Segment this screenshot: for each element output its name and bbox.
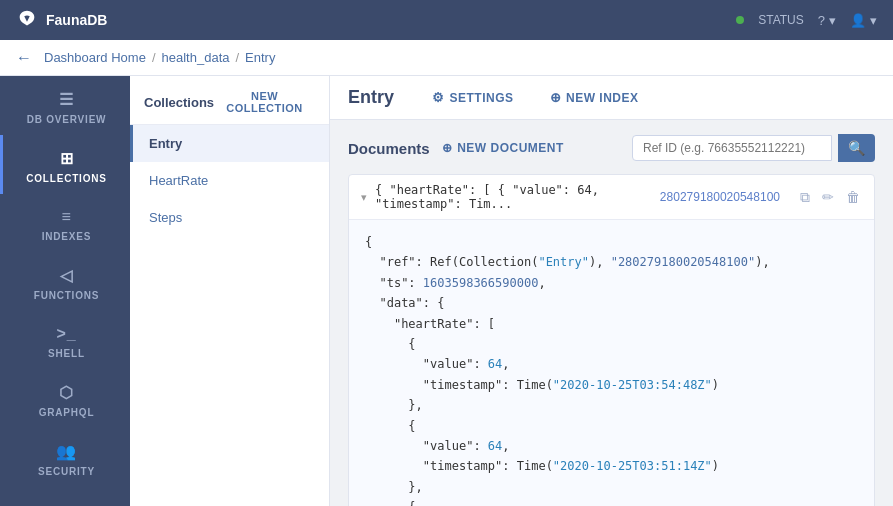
sidebar-item-graphql[interactable]: ⬡ GRAPHQL [0,369,130,428]
sidebar-item-db-overview[interactable]: ☰ DB OVERVIEW [0,76,130,135]
main-content: Entry ⚙ SETTINGS ⊕ NEW INDEX Documents ⊕… [330,76,893,506]
navbar: FaunaDB STATUS ? ▾ 👤 ▾ [0,0,893,40]
ref-search-input[interactable] [632,135,832,161]
table-row: ▾ { "heartRate": [ { "value": 64, "times… [348,174,875,506]
new-index-button[interactable]: ⊕ NEW INDEX [542,86,647,109]
collections-header: Collections NEW COLLECTION [130,76,329,125]
collections-title: Collections [144,95,214,110]
sidebar-label-functions: FUNCTIONS [34,290,100,301]
json-line: "data": { [365,293,858,313]
collection-item-heartrate[interactable]: HeartRate [130,162,329,199]
json-line: }, [365,395,858,415]
user-menu-button[interactable]: 👤 ▾ [850,13,877,28]
shell-icon: >_ [57,325,77,343]
navbar-left: FaunaDB [16,9,107,31]
breadcrumb-current: Entry [245,50,275,65]
navbar-right: STATUS ? ▾ 👤 ▾ [736,13,877,28]
indexes-icon: ≡ [61,208,71,226]
breadcrumb-database[interactable]: health_data [162,50,230,65]
breadcrumb-home[interactable]: Dashboard Home [44,50,146,65]
doc-preview: { "heartRate": [ { "value": 64, "timesta… [375,183,660,211]
sidebar-item-collections[interactable]: ⊞ COLLECTIONS [0,135,130,194]
json-line: { [365,334,858,354]
sidebar: ☰ DB OVERVIEW ⊞ COLLECTIONS ≡ INDEXES ◁ … [0,76,130,506]
user-icon: 👤 [850,13,866,28]
doc-expanded-content: { "ref": Ref(Collection("Entry"), "28027… [349,219,874,506]
json-line: { [365,232,858,252]
functions-icon: ◁ [60,266,73,285]
sidebar-item-shell[interactable]: >_ SHELL [0,311,130,369]
json-line: "ts": 1603598366590000, [365,273,858,293]
sidebar-item-indexes[interactable]: ≡ INDEXES [0,194,130,252]
entry-header: Entry ⚙ SETTINGS ⊕ NEW INDEX [330,76,893,120]
sidebar-item-security[interactable]: 👥 SECURITY [0,428,130,487]
collection-item-entry[interactable]: Entry [130,125,329,162]
delete-button[interactable]: 🗑 [844,187,862,207]
main-layout: ☰ DB OVERVIEW ⊞ COLLECTIONS ≡ INDEXES ◁ … [0,76,893,506]
json-line: { [365,416,858,436]
json-line: "timestamp": Time("2020-10-25T03:54:48Z"… [365,375,858,395]
sidebar-label-graphql: GRAPHQL [39,407,95,418]
new-collection-button[interactable]: NEW COLLECTION [214,90,315,114]
entry-title: Entry [348,87,394,108]
search-button[interactable]: 🔍 [838,134,875,162]
json-line: { [365,497,858,506]
collection-item-steps[interactable]: Steps [130,199,329,236]
breadcrumb-sep1: / [152,50,156,65]
edit-button[interactable]: ✏ [820,187,836,207]
doc-row-left: ▾ { "heartRate": [ { "value": 64, "times… [361,183,660,211]
json-line: "heartRate": [ [365,314,858,334]
search-area: 🔍 [632,134,875,162]
plus-icon: ⊕ [550,90,562,105]
plus-circle-icon: ⊕ [442,141,453,155]
status-indicator [736,16,744,24]
sidebar-label-indexes: INDEXES [42,231,92,242]
documents-section: Documents ⊕ NEW DOCUMENT 🔍 [330,120,893,506]
collections-icon: ⊞ [60,149,74,168]
help-button[interactable]: ? ▾ [818,13,836,28]
sidebar-label-db-overview: DB OVERVIEW [27,114,107,125]
back-button[interactable]: ← [16,49,32,67]
graphql-icon: ⬡ [59,383,74,402]
collections-panel: Collections NEW COLLECTION Entry HeartRa… [130,76,330,506]
status-label: STATUS [758,13,804,27]
breadcrumb: ← Dashboard Home / health_data / Entry [0,40,893,76]
doc-row-header[interactable]: ▾ { "heartRate": [ { "value": 64, "times… [349,175,874,219]
copy-button[interactable]: ⧉ [798,187,812,208]
settings-button[interactable]: ⚙ SETTINGS [424,86,522,109]
chevron-down-icon: ▾ [361,191,367,204]
breadcrumb-sep2: / [235,50,239,65]
app-name: FaunaDB [46,12,107,28]
doc-ref: 280279180020548100 [660,190,790,204]
json-line: "timestamp": Time("2020-10-25T03:51:14Z"… [365,456,858,476]
documents-title: Documents [348,140,430,157]
sidebar-label-shell: SHELL [48,348,85,359]
security-icon: 👥 [56,442,77,461]
sidebar-label-security: SECURITY [38,466,95,477]
json-line: "value": 64, [365,436,858,456]
json-line: }, [365,477,858,497]
new-document-button[interactable]: ⊕ NEW DOCUMENT [442,141,564,155]
json-line: "value": 64, [365,354,858,374]
app-logo: FaunaDB [16,9,107,31]
sidebar-label-collections: COLLECTIONS [26,173,106,184]
documents-header: Documents ⊕ NEW DOCUMENT 🔍 [348,134,875,162]
sidebar-item-functions[interactable]: ◁ FUNCTIONS [0,252,130,311]
json-line: "ref": Ref(Collection("Entry"), "2802791… [365,252,858,272]
db-overview-icon: ☰ [59,90,74,109]
settings-icon: ⚙ [432,90,445,105]
search-icon: 🔍 [848,140,865,156]
fauna-logo-icon [16,9,38,31]
